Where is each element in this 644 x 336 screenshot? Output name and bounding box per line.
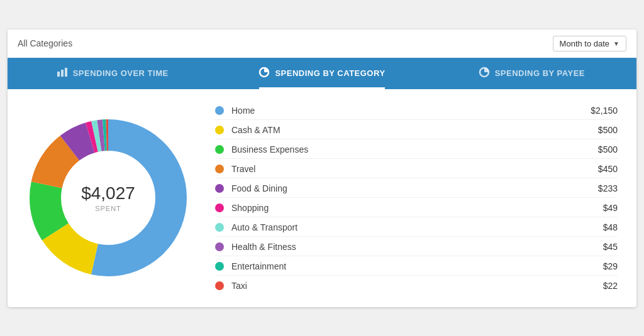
- legend-category-name: Auto & Transport: [231, 222, 603, 232]
- total-amount: $4,027: [81, 183, 135, 203]
- tab-spending-over-time[interactable]: SPENDING OVER TIME: [8, 58, 217, 89]
- date-filter-label: Month to date: [560, 39, 610, 48]
- tab-label-spending-over-time: SPENDING OVER TIME: [73, 68, 169, 78]
- legend-category-amount: $48: [603, 222, 618, 232]
- legend-dot: [215, 242, 224, 251]
- legend-dot: [215, 106, 224, 115]
- main-content: $4,027 SPENT Home$2,150Cash & ATM$500Bus…: [8, 89, 636, 307]
- legend-category-amount: $500: [598, 125, 618, 135]
- legend-dot: [215, 223, 224, 232]
- main-card: All Categories Month to date ▼ SPENDING …: [8, 30, 636, 307]
- legend-category-amount: $29: [603, 261, 618, 271]
- tab-spending-by-category[interactable]: SPENDING BY CATEGORY: [217, 58, 426, 89]
- svg-rect-0: [57, 72, 60, 77]
- legend-category-name: Cash & ATM: [231, 125, 598, 135]
- bar-chart-icon: [57, 67, 68, 80]
- legend-category-name: Business Expenses: [231, 144, 598, 154]
- pie-chart-icon-payee: [479, 67, 490, 80]
- legend-category-amount: $22: [603, 281, 618, 291]
- legend-category-name: Entertainment: [231, 261, 603, 271]
- legend-category-amount: $500: [598, 144, 618, 154]
- total-spent-label: SPENT: [81, 205, 135, 212]
- legend-category-name: Shopping: [231, 203, 603, 213]
- legend-row: Shopping$49: [215, 199, 618, 217]
- legend-row: Travel$450: [215, 160, 618, 178]
- legend-row: Auto & Transport$48: [215, 219, 618, 237]
- legend-category-name: Food & Dining: [231, 183, 598, 193]
- legend-row: Business Expenses$500: [215, 141, 618, 159]
- legend-category-amount: $49: [603, 203, 618, 213]
- tabs-bar: SPENDING OVER TIME SPENDING BY CATEGORY …: [8, 58, 636, 89]
- legend-category-amount: $450: [598, 164, 618, 174]
- legend-dot: [215, 281, 224, 290]
- legend-category-name: Travel: [231, 164, 598, 174]
- legend-category-name: Taxi: [231, 281, 603, 291]
- donut-center-label: $4,027 SPENT: [81, 183, 135, 212]
- page-title: All Categories: [18, 38, 72, 48]
- legend-dot: [215, 145, 224, 154]
- legend-dot: [215, 203, 224, 212]
- legend-category-amount: $45: [603, 242, 618, 252]
- legend-dot: [215, 262, 224, 271]
- date-filter-button[interactable]: Month to date ▼: [553, 36, 626, 51]
- svg-rect-2: [65, 68, 67, 77]
- legend-dot: [215, 126, 224, 134]
- chevron-down-icon: ▼: [613, 40, 619, 47]
- legend-category-amount: $2,150: [591, 106, 618, 116]
- legend-category-name: Health & Fitness: [231, 242, 603, 252]
- tab-spending-by-payee[interactable]: SPENDING BY PAYEE: [427, 58, 636, 89]
- legend-category-amount: $233: [598, 183, 618, 193]
- legend-row: Taxi$22: [215, 277, 618, 295]
- legend-row: Home$2,150: [215, 102, 618, 120]
- legend-dot: [215, 165, 224, 173]
- svg-rect-1: [61, 70, 64, 77]
- tab-label-spending-by-payee: SPENDING BY PAYEE: [495, 68, 585, 78]
- category-legend: Home$2,150Cash & ATM$500Business Expense…: [215, 102, 618, 295]
- legend-category-name: Home: [231, 106, 591, 116]
- legend-row: Food & Dining$233: [215, 180, 618, 198]
- legend-row: Health & Fitness$45: [215, 238, 618, 256]
- legend-row: Entertainment$29: [215, 257, 618, 276]
- legend-row: Cash & ATM$500: [215, 121, 618, 139]
- top-bar: All Categories Month to date ▼: [8, 30, 636, 58]
- legend-dot: [215, 184, 224, 193]
- donut-chart: $4,027 SPENT: [26, 116, 190, 279]
- tab-label-spending-by-category: SPENDING BY CATEGORY: [275, 68, 385, 78]
- pie-chart-icon-category: [258, 67, 270, 80]
